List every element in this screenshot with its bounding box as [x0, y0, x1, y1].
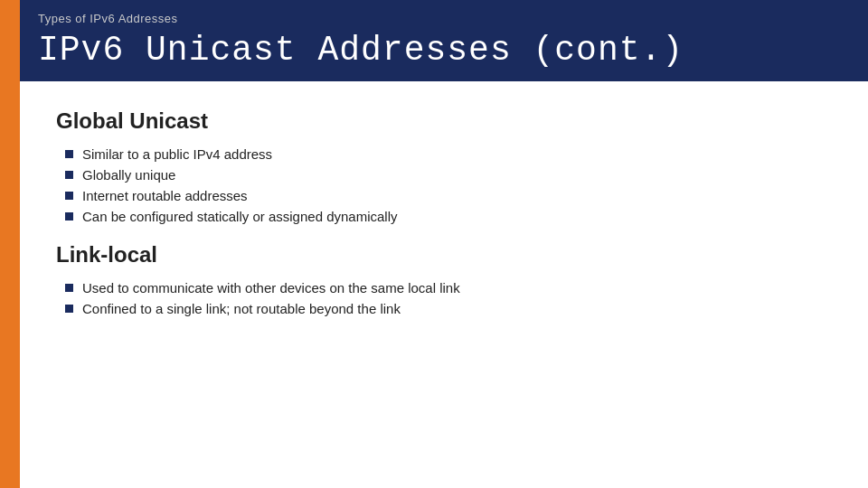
header-title: IPv6 Unicast Addresses (cont.): [38, 31, 868, 70]
list-item: Similar to a public IPv4 address: [65, 146, 832, 162]
list-item-text: Internet routable addresses: [82, 188, 248, 203]
list-item-text: Globally unique: [82, 167, 175, 183]
list-item: Can be configured statically or assigned…: [65, 209, 832, 224]
list-item: Internet routable addresses: [65, 188, 832, 203]
list-item: Confined to a single link; not routable …: [65, 301, 832, 316]
slide: Types of IPv6 Addresses IPv6 Unicast Add…: [0, 0, 868, 488]
list-item-text: Used to communicate with other devices o…: [82, 280, 460, 296]
header-banner: Types of IPv6 Addresses IPv6 Unicast Add…: [20, 0, 868, 81]
list-item-text: Similar to a public IPv4 address: [82, 146, 272, 162]
list-item: Used to communicate with other devices o…: [65, 280, 832, 296]
link-local-heading: Link-local: [56, 242, 832, 267]
left-accent-bar: [0, 0, 20, 488]
global-unicast-heading: Global Unicast: [56, 108, 832, 134]
bullet-icon: [65, 171, 73, 179]
link-local-list: Used to communicate with other devices o…: [65, 280, 832, 316]
bullet-icon: [65, 212, 73, 221]
bullet-icon: [65, 305, 73, 313]
list-item: Globally unique: [65, 167, 832, 183]
bullet-icon: [65, 192, 73, 200]
list-item-text: Confined to a single link; not routable …: [82, 301, 401, 316]
bullet-icon: [65, 150, 73, 158]
list-item-text: Can be configured statically or assigned…: [82, 209, 398, 224]
bullet-icon: [65, 284, 73, 292]
header-subtitle: Types of IPv6 Addresses: [38, 12, 868, 25]
global-unicast-list: Similar to a public IPv4 address Globall…: [65, 146, 832, 224]
main-content: Global Unicast Similar to a public IPv4 …: [20, 81, 868, 488]
